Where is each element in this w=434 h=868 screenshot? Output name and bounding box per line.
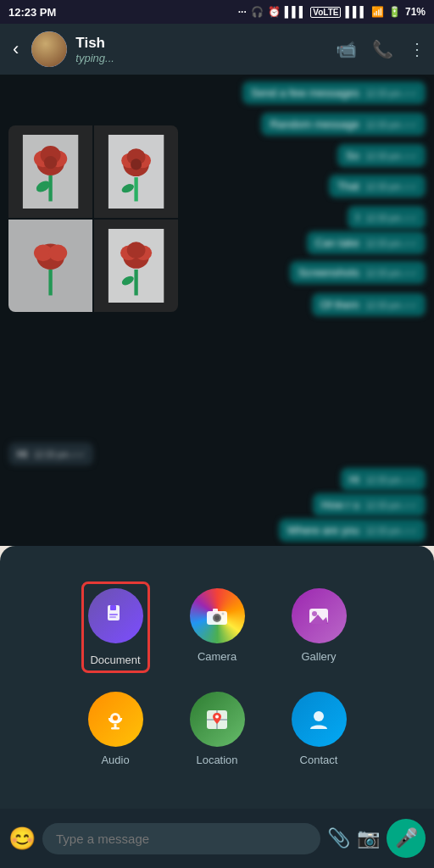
gallery-icon	[292, 588, 347, 643]
svg-point-41	[113, 715, 118, 721]
camera-input-icon[interactable]: 📷	[357, 827, 380, 849]
contact-icon	[292, 692, 347, 747]
gallery-label: Gallery	[301, 650, 336, 663]
alarm-icon: ⏰	[268, 6, 281, 18]
wifi-icon: 📶	[371, 6, 384, 18]
status-time: 12:23 PM	[8, 6, 56, 19]
attach-row-bottom: Audio Location	[25, 692, 409, 766]
video-call-icon[interactable]: 📹	[336, 39, 357, 59]
svg-rect-35	[213, 609, 218, 612]
svg-point-13	[131, 159, 142, 170]
photo-cell-1	[8, 125, 92, 218]
chat-area: Send a few messages 12:33 pm ✓✓ Random m…	[0, 75, 434, 546]
signal-icon2: ▌▌▌	[345, 6, 367, 18]
message-bubble: Can take 12:33 pm ✓✓	[307, 231, 426, 254]
svg-point-25	[127, 242, 146, 259]
chat-header: ‹ Tish typing... 📹 📞 ⋮	[0, 24, 434, 75]
attach-row-top: Document Camera	[25, 588, 409, 666]
back-button[interactable]: ‹	[8, 34, 23, 64]
more-options-icon[interactable]: ⋮	[409, 39, 426, 59]
header-actions: 📹 📞 ⋮	[336, 39, 426, 59]
svg-rect-26	[134, 270, 137, 296]
signal-dots: ···	[238, 6, 247, 18]
message-bubble: Of them 12:33 pm ✓✓	[312, 293, 426, 316]
svg-rect-29	[110, 605, 116, 610]
svg-point-34	[214, 615, 220, 620]
attach-item-camera[interactable]: Camera	[190, 588, 245, 666]
svg-point-5	[44, 156, 57, 169]
photo-cell-2	[94, 125, 178, 218]
battery-icon: 🔋	[388, 6, 401, 18]
message-bubble-received: Hi 12:33 pm ✓✓	[8, 442, 93, 465]
attach-item-document[interactable]: Document	[88, 588, 143, 666]
status-icons: ··· 🎧 ⏰ ▌▌▌ VoLTE ▌▌▌ 📶 🔋 71%	[238, 6, 426, 18]
contact-name: Tish	[75, 35, 327, 52]
message-bubble-hi: Hi 12:33 pm ✓✓	[341, 468, 426, 491]
message-bubble: That 12:33 pm ✓✓	[329, 175, 426, 198]
photo-cell-3	[8, 220, 92, 312]
volte-icon: VoLTE	[310, 7, 341, 18]
message-bubble: So 12:33 pm ✓✓	[337, 144, 426, 167]
message-bubble-where: Where are you 12:33 pm ✓✓	[279, 519, 426, 542]
contact-status: typing...	[75, 52, 327, 64]
voice-call-icon[interactable]: 📞	[372, 39, 393, 59]
battery-percent: 71%	[405, 6, 426, 18]
avatar[interactable]	[31, 31, 67, 67]
svg-point-47	[215, 715, 219, 718]
svg-rect-30	[109, 614, 118, 615]
audio-icon	[88, 692, 143, 747]
message-bubble: I 12:33 pm ✓✓	[348, 206, 426, 229]
message-input-bar: 😊 📎 📷 🎤	[0, 809, 434, 868]
attach-item-gallery[interactable]: Gallery	[292, 588, 347, 666]
attach-item-contact[interactable]: Contact	[292, 692, 347, 766]
svg-rect-43	[111, 727, 120, 730]
headphone-icon: 🎧	[251, 6, 264, 18]
document-icon	[88, 588, 143, 643]
contact-info[interactable]: Tish typing...	[75, 35, 327, 64]
svg-point-38	[312, 611, 317, 616]
svg-point-48	[314, 711, 324, 721]
signal-icon: ▌▌▌	[285, 6, 307, 18]
svg-rect-14	[134, 177, 137, 201]
photo-grid	[8, 125, 178, 312]
svg-rect-31	[109, 616, 116, 618]
svg-point-19	[48, 244, 67, 261]
photo-cell-4	[94, 220, 178, 312]
contact-label: Contact	[300, 754, 338, 766]
attachment-clip-icon[interactable]: 📎	[327, 827, 350, 849]
location-label: Location	[196, 754, 237, 766]
svg-rect-6	[48, 175, 52, 202]
time-display: 12:23 PM	[8, 6, 56, 19]
message-input[interactable]	[42, 823, 320, 854]
message-bubble: Random message 12:33 pm ✓✓	[261, 113, 426, 136]
attach-item-location[interactable]: Location	[190, 692, 245, 766]
document-label: Document	[90, 654, 140, 666]
svg-point-36	[222, 612, 225, 615]
svg-rect-20	[48, 270, 52, 296]
message-bubble: Screenshots 12:33 pm ✓✓	[290, 261, 426, 284]
mic-button[interactable]: 🎤	[387, 819, 426, 858]
audio-label: Audio	[101, 754, 129, 766]
message-bubble-how: How r u 12:33 pm ✓✓	[313, 493, 426, 516]
camera-label: Camera	[198, 650, 236, 663]
message-bubble: Send a few messages 12:33 pm ✓✓	[242, 81, 426, 104]
emoji-button[interactable]: 😊	[8, 826, 36, 852]
status-bar: 12:23 PM ··· 🎧 ⏰ ▌▌▌ VoLTE ▌▌▌ 📶 🔋 71%	[0, 0, 434, 24]
attach-panel: Document Camera	[0, 546, 434, 809]
camera-icon	[190, 588, 245, 643]
attach-item-audio[interactable]: Audio	[88, 692, 143, 766]
location-icon	[190, 692, 245, 747]
